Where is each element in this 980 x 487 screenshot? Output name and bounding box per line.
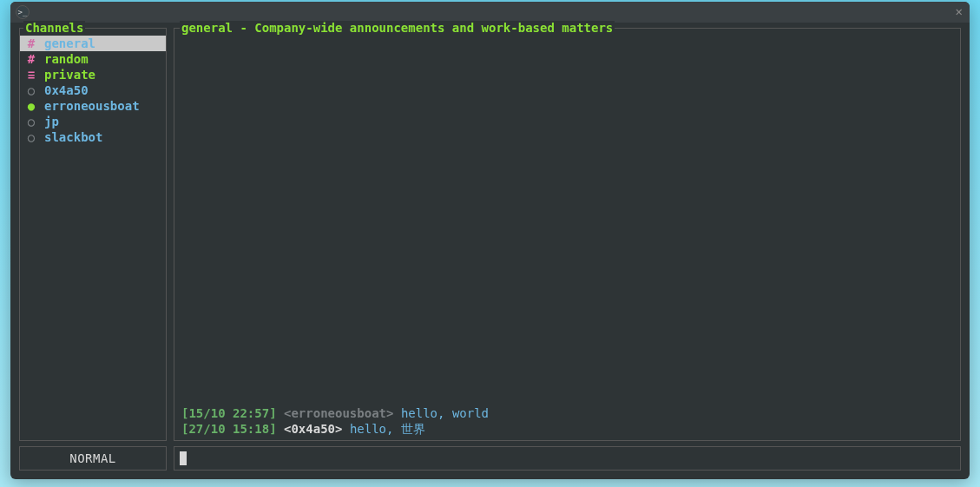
channel-list: #general#random≡private○0x4a50●erroneous…	[20, 36, 166, 145]
message-text: hello, 世界	[350, 422, 425, 436]
channel-marker-icon: #	[25, 52, 37, 66]
channel-label: random	[44, 52, 89, 66]
channels-panel: Channels #general#random≡private○0x4a50●…	[19, 28, 167, 441]
text-cursor-icon	[180, 451, 187, 465]
channel-label: jp	[44, 115, 59, 128]
dm-online-marker-icon: ●	[25, 99, 37, 113]
sidebar-item-general[interactable]: #general	[20, 36, 166, 51]
message-text: hello, world	[401, 406, 489, 420]
channel-marker-icon: #	[25, 36, 37, 50]
sidebar-item-random[interactable]: #random	[20, 51, 166, 67]
terminal-window: >_ ✕ Channels #general#random≡private○0x…	[10, 2, 970, 479]
titlebar[interactable]: >_ ✕	[10, 2, 970, 23]
sidebar-item-0x4a50[interactable]: ○0x4a50	[20, 82, 166, 98]
message-author: <0x4a50>	[284, 422, 342, 436]
sidebar-item-jp[interactable]: ○jp	[20, 114, 166, 129]
app-content: Channels #general#random≡private○0x4a50●…	[10, 23, 970, 479]
message-author: <erroneousboat>	[284, 406, 393, 420]
sidebar-item-slackbot[interactable]: ○slackbot	[20, 129, 166, 145]
message-input[interactable]	[174, 446, 961, 471]
message-list: [15/10 22:57] <erroneousboat> hello, wor…	[181, 405, 953, 437]
dm-offline-marker-icon: ○	[25, 115, 37, 128]
message-row: [27/10 15:18] <0x4a50> hello, 世界	[181, 421, 953, 437]
channel-label: private	[44, 68, 95, 82]
message-timestamp: [27/10 15:18]	[181, 422, 277, 436]
chat-scroll-area[interactable]	[181, 34, 953, 405]
channel-label: erroneousboat	[44, 99, 140, 113]
group-marker-icon: ≡	[25, 68, 37, 82]
bottom-row: NORMAL	[19, 446, 961, 471]
channels-title: Channels	[23, 21, 85, 35]
channel-label: 0x4a50	[44, 83, 89, 97]
dm-offline-marker-icon: ○	[25, 130, 37, 144]
dm-offline-marker-icon: ○	[25, 83, 37, 97]
top-row: Channels #general#random≡private○0x4a50●…	[19, 28, 961, 441]
close-icon[interactable]: ✕	[956, 5, 963, 17]
mode-indicator: NORMAL	[19, 446, 167, 471]
terminal-icon: >_	[16, 5, 30, 19]
sidebar-item-erroneousboat[interactable]: ●erroneousboat	[20, 98, 166, 114]
chat-header: general - Company-wide announcements and…	[180, 21, 615, 35]
chat-panel: general - Company-wide announcements and…	[174, 28, 961, 441]
message-timestamp: [15/10 22:57]	[181, 406, 277, 420]
channel-label: slackbot	[44, 130, 102, 144]
message-row: [15/10 22:57] <erroneousboat> hello, wor…	[181, 405, 953, 421]
channel-label: general	[44, 36, 95, 50]
sidebar-item-private[interactable]: ≡private	[20, 67, 166, 82]
